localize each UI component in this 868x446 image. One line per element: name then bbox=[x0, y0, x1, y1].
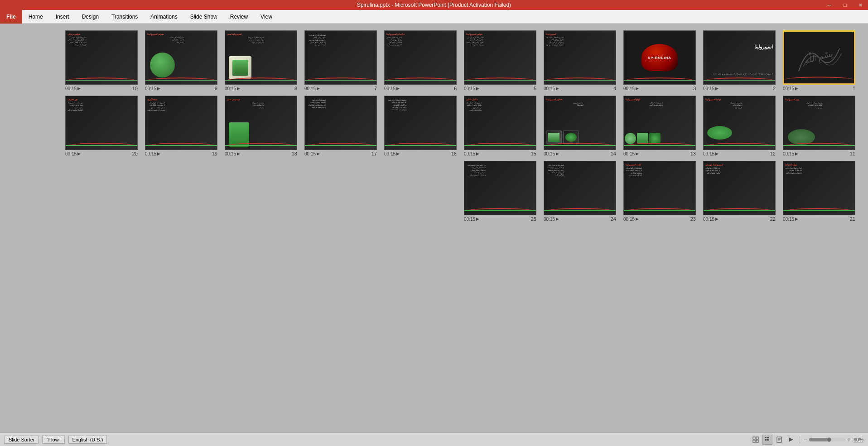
slide-number-row-23: 23 ▶ 00:15 bbox=[623, 216, 696, 222]
zoom-level[interactable]: 60% bbox=[854, 437, 863, 442]
tab-design[interactable]: Design bbox=[76, 10, 105, 24]
slide-number-3: 3 bbox=[693, 86, 696, 91]
slide-item-24[interactable]: اسپیرولینا به عنوان یکیاز قدیمی‌ترین موج… bbox=[544, 161, 616, 222]
slide-time-2: ▶ 00:15 bbox=[703, 86, 719, 91]
slide-item-2[interactable]: اسپیرولینا اسپیرولینا یک نوع جلبک آبی سب… bbox=[703, 30, 776, 91]
slide-number-row-16: 16 ▶ 00:15 bbox=[384, 151, 457, 156]
slide-number-row-8: 8 ▶ 00:15 bbox=[225, 86, 297, 91]
zoom-plus[interactable]: + bbox=[847, 436, 851, 443]
slide-time-17: ▶ 00:15 bbox=[304, 151, 320, 156]
slide-item-18[interactable]: نوشیدنی سبز نوشیدنی اسپیرولینابرای سلامت… bbox=[225, 96, 297, 156]
tab-view[interactable]: View bbox=[254, 10, 279, 24]
reading-view-button[interactable] bbox=[774, 435, 784, 445]
status-slide-sorter[interactable]: Slide Sorter bbox=[5, 436, 39, 444]
slide-thumb-12: تولید اسپیرولینا پودر سبز اسپیرولینادر ص… bbox=[703, 96, 776, 150]
slide-item-4[interactable]: اسپیرولینا اسپیرولینا جلبکی است کهحاوی پ… bbox=[544, 30, 616, 91]
close-button[interactable]: ✕ bbox=[853, 0, 868, 10]
slide-number-row-24: 24 ▶ 00:15 bbox=[544, 216, 616, 222]
tab-home[interactable]: Home bbox=[22, 10, 49, 24]
slide-item-16[interactable]: تحقیقات نشان داده استکه اسپیرولینا می‌تو… bbox=[384, 96, 457, 156]
svg-rect-2 bbox=[756, 437, 758, 439]
minimize-button[interactable]: ─ bbox=[822, 0, 837, 10]
slide-item-6[interactable]: ترکیبات اسپیرولینا اسپیرولینا حاوی مقادی… bbox=[384, 30, 457, 91]
slide-time-18: ▶ 00:15 bbox=[225, 151, 240, 156]
slide-item-19[interactable]: نتیجه‌گیری اسپیرولینا به عنوان یکیاز مفی… bbox=[145, 96, 217, 156]
slide-item-8[interactable]: اسپیرولینا سبز مصرف منظم اسپیرولیناموجب … bbox=[225, 30, 297, 91]
status-theme[interactable]: "Flow" bbox=[42, 436, 64, 444]
slide-number-row-9: 9 ▶ 00:15 bbox=[145, 86, 217, 91]
slide-number-24: 24 bbox=[611, 216, 616, 222]
slide-number-row-6: 6 ▶ 00:15 bbox=[384, 86, 457, 91]
slide-item-12[interactable]: تولید اسپیرولینا پودر سبز اسپیرولینادر ص… bbox=[703, 96, 776, 156]
svg-marker-13 bbox=[789, 437, 793, 442]
slide-item-14[interactable]: تصاویر اسپیرولینا نمایش تصویریاسپیرولینا bbox=[544, 96, 616, 156]
slideshow-button[interactable] bbox=[786, 435, 796, 445]
slide-number-7: 7 bbox=[374, 86, 377, 91]
slide-number-row-10: 10 ▶ 00:15 bbox=[65, 86, 138, 91]
svg-rect-6 bbox=[767, 437, 769, 438]
tab-transitions[interactable]: Transitions bbox=[105, 10, 144, 24]
slide-thumb-22: اسپیرولینا و ورزش ورزشکاران می‌تواننداز … bbox=[703, 161, 776, 215]
slide-number-14: 14 bbox=[611, 151, 616, 156]
slide-item-15[interactable]: مکمل غذایی اسپیرولینا به عنوان یکمکمل غذ… bbox=[464, 96, 536, 156]
main-content: بِسْمِ اللَّهِ 1 ▶ 00:15 اسپیرولینا bbox=[0, 24, 868, 432]
slide-thumb-4: اسپیرولینا اسپیرولینا جلبکی است کهحاوی پ… bbox=[544, 30, 616, 85]
slide-number-row-5: 5 ▶ 00:15 bbox=[464, 86, 536, 91]
slide-number-row-17: 17 ▶ 00:15 bbox=[304, 151, 377, 156]
slide-item-20[interactable]: دوز مصرف دوز مناسب اسپیرولینابسته به سن … bbox=[65, 96, 138, 156]
slide-thumb-6: ترکیبات اسپیرولینا اسپیرولینا حاوی مقادی… bbox=[384, 30, 457, 85]
slide-thumb-17: اسپیرولینا حاوی آهنکلسیم و منیزیم استکه … bbox=[304, 96, 377, 150]
slide-item-10[interactable]: خواص درمانی اسپیرولینا دارای خواصضد الته… bbox=[65, 30, 138, 91]
tab-insert[interactable]: Insert bbox=[49, 10, 76, 24]
slide-thumb-15: مکمل غذایی اسپیرولینا به عنوان یکمکمل غذ… bbox=[464, 96, 536, 150]
status-right: − + 60% bbox=[751, 435, 863, 445]
slide-item-9[interactable]: معرفی اسپیرولینا اسپیرولینا جلبکی استکه … bbox=[145, 30, 217, 91]
slide-item-3[interactable]: SPIRULINA 3 ▶ 00:15 bbox=[623, 30, 696, 91]
slide-thumb-11: پودر اسپیرولینا پودر اسپیرولینا به عنوان… bbox=[783, 96, 855, 150]
slide-number-row-25: 25 ▶ 00:15 bbox=[464, 216, 536, 222]
tab-review[interactable]: Review bbox=[224, 10, 254, 24]
maximize-button[interactable]: □ bbox=[837, 0, 853, 10]
svg-rect-4 bbox=[756, 440, 758, 442]
slide-sorter-button[interactable] bbox=[762, 435, 772, 445]
slide-item-1[interactable]: بِسْمِ اللَّهِ 1 ▶ 00:15 bbox=[783, 30, 855, 91]
slide-item-13[interactable]: انواع اسپیرولینا اسپیرولینا به اشکالمختل… bbox=[623, 96, 696, 156]
slide-item-23[interactable]: کشت اسپیرولینا اسپیرولینا در استخرهایباز… bbox=[623, 161, 696, 222]
slide-number-row-4: 4 ▶ 00:15 bbox=[544, 86, 616, 91]
slide-number-row-2: 2 ▶ 00:15 bbox=[703, 86, 776, 91]
window-controls: ─ □ ✕ bbox=[822, 0, 868, 10]
status-language[interactable]: English (U.S.) bbox=[68, 436, 107, 444]
slide-item-22[interactable]: اسپیرولینا و ورزش ورزشکاران می‌تواننداز … bbox=[703, 161, 776, 222]
slide-item-25[interactable]: در کشورهای توسعه یافتهاستفاده از اسپیرول… bbox=[464, 161, 536, 222]
slide-time-13: ▶ 00:15 bbox=[623, 151, 639, 156]
slide-number-9: 9 bbox=[215, 86, 217, 91]
normal-view-button[interactable] bbox=[751, 435, 761, 445]
slide-number-6: 6 bbox=[454, 86, 457, 91]
zoom-slider[interactable] bbox=[809, 438, 845, 441]
slide-number-16: 16 bbox=[451, 151, 457, 156]
slide-time-22: ▶ 00:15 bbox=[703, 217, 719, 222]
tab-animations[interactable]: Animations bbox=[144, 10, 183, 24]
slide-number-row-11: 11 ▶ 00:15 bbox=[783, 151, 855, 156]
slide-number-21: 21 bbox=[850, 216, 855, 222]
svg-rect-5 bbox=[765, 437, 767, 438]
slide-item-21[interactable]: موارد احتیاط افراد با بیماری‌های خاصباید… bbox=[783, 161, 855, 222]
slide-item-11[interactable]: پودر اسپیرولینا پودر اسپیرولینا به عنوان… bbox=[783, 96, 855, 156]
zoom-minus[interactable]: − bbox=[804, 436, 807, 443]
tab-slide-show[interactable]: Slide Show bbox=[184, 10, 224, 24]
svg-rect-3 bbox=[753, 440, 755, 442]
slide-number-row-3: 3 ▶ 00:15 bbox=[623, 86, 696, 91]
svg-rect-9 bbox=[777, 437, 781, 442]
slide-item-7[interactable]: اسپیرولینا یکی از غنی‌ترینمنابع پروتئین … bbox=[304, 30, 377, 91]
slide-thumb-8: اسپیرولینا سبز مصرف منظم اسپیرولیناموجب … bbox=[225, 30, 297, 85]
slide-number-row-7: 7 ▶ 00:15 bbox=[304, 86, 377, 91]
slide-number-10: 10 bbox=[132, 86, 138, 91]
slide-number-12: 12 bbox=[770, 151, 776, 156]
slide-time-3: ▶ 00:15 bbox=[623, 86, 639, 91]
tab-file[interactable]: File bbox=[0, 10, 22, 24]
slide-number-13: 13 bbox=[690, 151, 696, 156]
slide-item-5[interactable]: خواص اسپیرولینا اسپیرولینا دارای ارزشغذا… bbox=[464, 30, 536, 91]
slide-thumb-3: SPIRULINA bbox=[623, 30, 696, 85]
slide-item-17[interactable]: اسپیرولینا حاوی آهنکلسیم و منیزیم استکه … bbox=[304, 96, 377, 156]
slide-number-8: 8 bbox=[294, 86, 297, 91]
